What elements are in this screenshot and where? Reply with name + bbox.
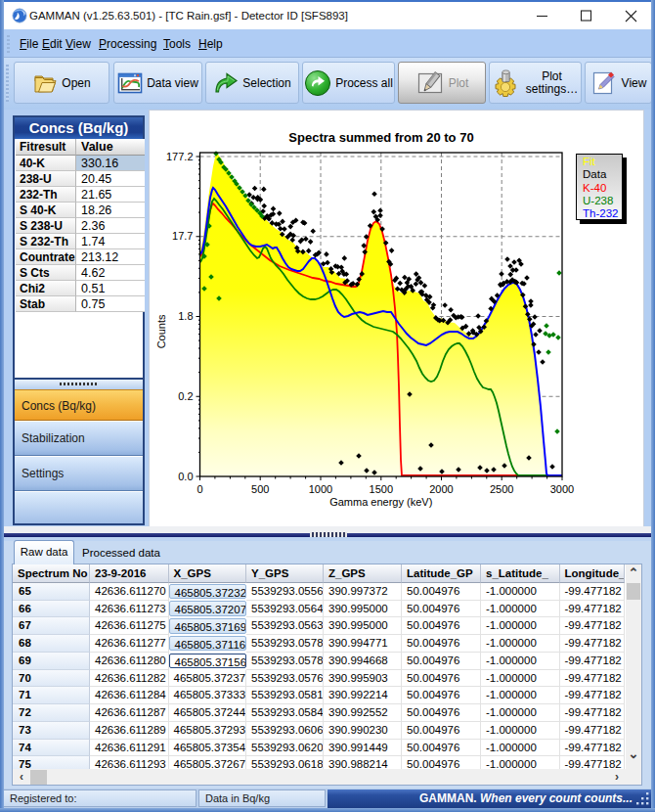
svg-text:1500: 1500 <box>370 483 393 495</box>
svg-text:1000: 1000 <box>309 483 332 495</box>
svg-text:2500: 2500 <box>490 483 513 495</box>
svg-text:17.7: 17.7 <box>172 230 193 242</box>
svg-text:3000: 3000 <box>550 483 574 495</box>
svg-text:500: 500 <box>251 483 269 495</box>
svg-text:2000: 2000 <box>429 483 453 495</box>
svg-text:0.0: 0.0 <box>178 471 193 482</box>
svg-text:0.2: 0.2 <box>178 390 193 402</box>
svg-text:0: 0 <box>196 483 202 495</box>
svg-text:Counts: Counts <box>155 314 167 348</box>
svg-text:177.2: 177.2 <box>166 151 194 162</box>
svg-text:Gamma energy (keV): Gamma energy (keV) <box>329 496 432 508</box>
svg-text:1.8: 1.8 <box>178 310 193 322</box>
